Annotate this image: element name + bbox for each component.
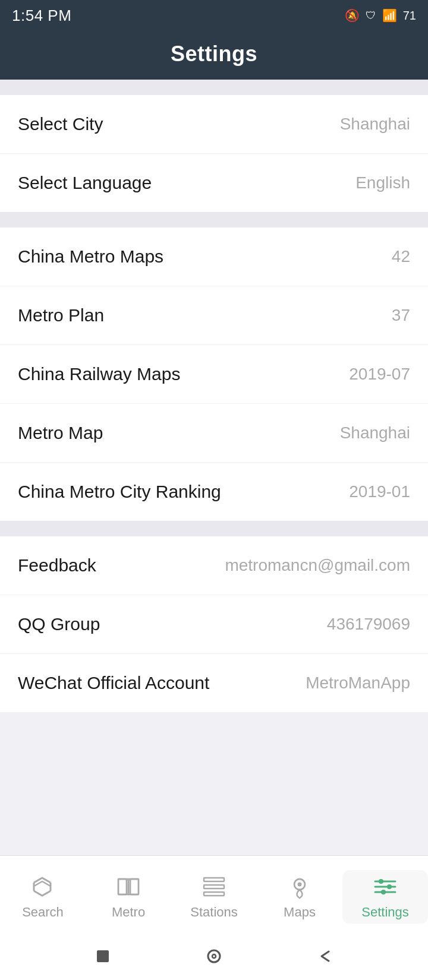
svg-rect-0 (118, 879, 127, 894)
settings-row-metro-plan[interactable]: Metro Plan 37 (0, 286, 428, 345)
section-divider-2 (0, 212, 428, 227)
app-header: Settings (0, 31, 428, 80)
settings-value-metro-map: Shanghai (340, 423, 410, 442)
settings-label-wechat: WeChat Official Account (18, 673, 209, 693)
settings-label-qq-group: QQ Group (18, 614, 100, 634)
nav-item-stations[interactable]: Stations (171, 874, 257, 920)
android-nav-bar (0, 932, 428, 980)
settings-row-qq-group[interactable]: QQ Group 436179069 (0, 595, 428, 654)
settings-label-city: Select City (18, 114, 103, 134)
status-bar: 1:54 PM 🔕 🛡 📶 71 (0, 0, 428, 31)
settings-row-language[interactable]: Select Language English (0, 154, 428, 212)
svg-point-17 (208, 950, 220, 962)
status-time: 1:54 PM (12, 7, 71, 25)
settings-label-feedback: Feedback (18, 555, 96, 576)
svg-rect-16 (97, 950, 109, 962)
settings-row-city[interactable]: Select City Shanghai (0, 95, 428, 154)
settings-row-china-railway-maps[interactable]: China Railway Maps 2019-07 (0, 345, 428, 404)
status-icons: 🔕 🛡 📶 71 (345, 8, 416, 23)
section-divider-1 (0, 80, 428, 95)
svg-rect-7 (204, 892, 224, 896)
settings-row-metro-map[interactable]: Metro Map Shanghai (0, 404, 428, 463)
settings-label-language: Select Language (18, 173, 152, 193)
content-spacer (0, 712, 428, 855)
settings-value-city-ranking: 2019-01 (349, 482, 410, 501)
settings-label-metro-plan: Metro Plan (18, 305, 104, 325)
settings-label-china-metro-maps: China Metro Maps (18, 246, 163, 267)
settings-value-city: Shanghai (340, 115, 410, 134)
nav-item-metro[interactable]: Metro (86, 874, 171, 920)
settings-row-china-metro-maps[interactable]: China Metro Maps 42 (0, 227, 428, 286)
android-home-btn[interactable] (92, 946, 114, 967)
mute-icon: 🔕 (345, 8, 360, 23)
nav-label-maps: Maps (284, 905, 316, 920)
page-title: Settings (171, 42, 257, 66)
android-recents-btn[interactable] (203, 946, 225, 967)
settings-section-preferences: Select City Shanghai Select Language Eng… (0, 95, 428, 212)
settings-value-china-railway-maps: 2019-07 (349, 365, 410, 384)
settings-value-qq-group: 436179069 (327, 615, 410, 634)
nav-item-settings[interactable]: Settings (342, 870, 428, 924)
stations-nav-icon (199, 874, 229, 900)
nav-item-maps[interactable]: Maps (257, 874, 342, 920)
svg-point-18 (212, 954, 216, 958)
svg-rect-5 (204, 878, 224, 881)
settings-label-metro-map: Metro Map (18, 423, 103, 443)
battery-indicator: 71 (403, 9, 416, 23)
settings-section-contact: Feedback metromancn@gmail.com QQ Group 4… (0, 536, 428, 712)
bottom-nav: Search Metro Stations (0, 855, 428, 932)
settings-row-city-ranking[interactable]: China Metro City Ranking 2019-01 (0, 463, 428, 521)
nav-label-search: Search (22, 905, 64, 920)
settings-label-china-railway-maps: China Railway Maps (18, 364, 180, 384)
settings-label-city-ranking: China Metro City Ranking (18, 482, 221, 502)
settings-section-data: China Metro Maps 42 Metro Plan 37 China … (0, 227, 428, 521)
search-nav-icon (27, 874, 58, 900)
metro-nav-icon (113, 874, 144, 900)
svg-point-14 (387, 884, 392, 889)
android-back-btn[interactable] (314, 946, 336, 967)
settings-nav-icon (370, 874, 401, 900)
settings-value-feedback: metromancn@gmail.com (225, 556, 410, 575)
svg-point-9 (298, 882, 302, 886)
section-divider-3 (0, 521, 428, 536)
settings-value-metro-plan: 37 (392, 306, 410, 325)
nav-label-settings: Settings (361, 905, 409, 920)
maps-nav-icon (284, 874, 315, 900)
svg-point-15 (381, 890, 386, 894)
svg-point-13 (379, 879, 383, 884)
svg-rect-1 (130, 879, 139, 894)
nav-label-stations: Stations (190, 905, 238, 920)
nav-label-metro: Metro (112, 905, 145, 920)
settings-row-wechat[interactable]: WeChat Official Account MetroManApp (0, 654, 428, 712)
settings-value-language: English (355, 173, 410, 192)
settings-value-wechat: MetroManApp (306, 674, 410, 693)
settings-row-feedback[interactable]: Feedback metromancn@gmail.com (0, 536, 428, 595)
wifi-icon: 📶 (382, 8, 397, 23)
svg-rect-6 (204, 885, 224, 889)
settings-value-china-metro-maps: 42 (392, 247, 410, 266)
shield-icon: 🛡 (366, 10, 376, 22)
nav-item-search[interactable]: Search (0, 874, 86, 920)
